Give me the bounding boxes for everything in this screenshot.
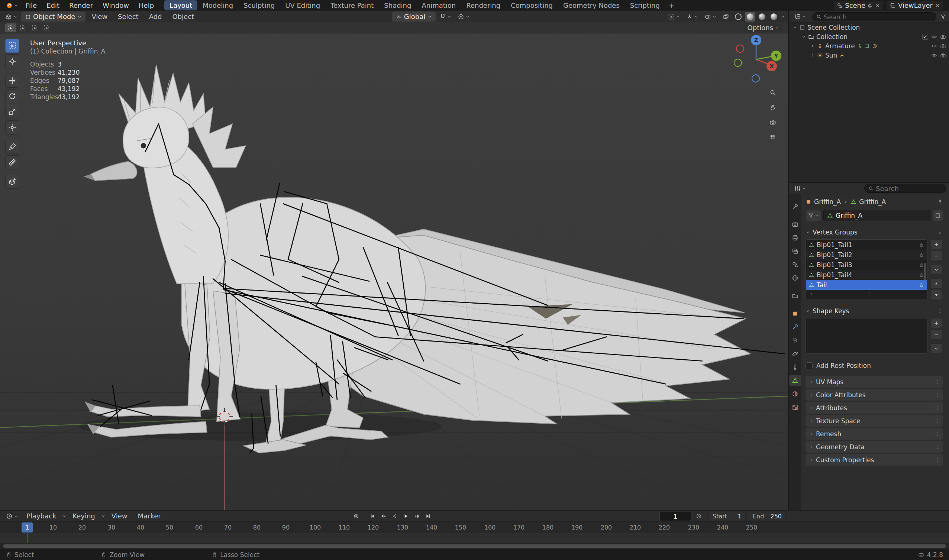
vertex-group-row[interactable]: Bip01_Tail2 [806,250,927,260]
tool-cursor-button[interactable] [5,54,19,68]
select-mode-intersect-button[interactable] [41,23,52,32]
panel-texture-space[interactable]: Texture Space [806,415,943,426]
lock-icon[interactable] [919,242,924,248]
tab-world[interactable] [789,272,801,283]
lock-icon[interactable] [919,282,924,288]
shading-solid-button[interactable] [745,12,755,22]
chevron-down-icon[interactable] [792,25,797,30]
zoom-view-button[interactable] [767,86,779,99]
previous-keyframe-button[interactable] [378,511,389,521]
fake-user-button[interactable] [933,210,943,221]
next-keyframe-button[interactable] [412,511,422,521]
panel-uv-maps[interactable]: UV Maps [806,376,943,388]
shape-keys-panel-header[interactable]: Shape Keys [806,307,943,315]
vertex-groups-panel-header[interactable]: Vertex Groups [806,229,943,236]
tab-modifiers[interactable] [789,322,801,332]
breadcrumb-pin[interactable] [937,199,943,205]
menu-keying[interactable]: Keying [68,511,99,522]
list-scrollbar[interactable] [924,263,926,280]
pan-view-button[interactable] [767,101,779,114]
add-workspace-button[interactable]: + [665,0,678,11]
tool-annotate-button[interactable] [5,140,19,154]
move-group-down-button[interactable] [931,290,942,300]
shape-keys-list[interactable] [806,318,927,354]
snapping-toggle[interactable] [437,12,454,21]
timeline-track[interactable] [0,533,949,543]
options-button[interactable]: Options [744,23,783,32]
add-shape-key-button[interactable] [931,318,942,328]
current-frame-indicator[interactable]: 1 [22,523,33,532]
vertex-group-row-selected[interactable]: Tail [806,280,927,290]
add-vertex-group-button[interactable] [931,239,942,249]
outliner-search[interactable] [812,12,937,21]
workspace-tab-rendering[interactable]: Rendering [461,0,505,11]
hide-eye-icon[interactable] [931,34,937,40]
tab-tool[interactable] [789,201,801,212]
timeline-scrollbar[interactable] [0,543,949,549]
vertex-group-row[interactable]: Bip01_Tail1 [806,240,927,250]
workspace-tab-shading[interactable]: Shading [379,0,416,11]
workspace-tab-texture-paint[interactable]: Texture Paint [325,0,379,11]
tool-move-button[interactable] [5,74,19,88]
chevron-right-icon[interactable] [810,44,815,48]
menu-playback[interactable]: Playback [22,511,61,522]
remove-vertex-group-button[interactable] [931,251,942,261]
jump-to-end-button[interactable] [423,511,433,521]
show-gizmo-toggle[interactable] [684,12,701,21]
menu-render[interactable]: Render [65,0,97,11]
resize-grip-icon[interactable] [866,291,871,297]
tool-transform-button[interactable] [5,120,19,134]
current-frame-field[interactable]: 1 [659,512,692,521]
menu-marker[interactable]: Marker [134,511,165,522]
outliner-row-scene-collection[interactable]: Scene Collection [789,23,949,32]
outliner-row-sun[interactable]: Sun [789,51,949,60]
workspace-tab-animation[interactable]: Animation [416,0,461,11]
browse-mesh-button[interactable] [806,210,821,221]
xray-toggle[interactable] [720,12,732,21]
viewlayer-selector[interactable]: ViewLayer [887,1,943,10]
auto-keying-button[interactable] [351,511,361,521]
gizmo-x-axis[interactable]: X [767,61,777,71]
select-mode-subtract-button[interactable] [29,23,40,32]
gizmo-x-negative-axis[interactable] [736,45,744,53]
gizmo-z-axis[interactable]: Z [751,35,761,45]
play-reverse-button[interactable] [390,511,400,521]
breadcrumb-data[interactable]: Griffin_A [859,198,886,206]
properties-search-input[interactable] [876,185,942,192]
hide-eye-icon[interactable] [931,52,937,58]
collection-exclude-checkbox[interactable]: ✓ [922,34,928,40]
panel-remesh[interactable]: Remesh [806,428,943,440]
play-button[interactable] [401,511,411,521]
tool-add-cube-button[interactable] [5,175,19,189]
outliner-search-input[interactable] [824,13,932,21]
scene-selector[interactable]: Scene [834,1,883,10]
current-frame-line[interactable] [27,533,28,543]
tab-output[interactable] [789,232,801,243]
selectability-visibility[interactable] [666,12,682,21]
navigation-gizmo[interactable]: Z X Y [730,33,782,85]
preview-range-toggle[interactable] [696,513,702,519]
tab-physics[interactable] [789,348,801,359]
tab-texture[interactable] [789,402,801,413]
filter-icon[interactable] [940,14,946,20]
tool-rotate-button[interactable] [5,89,19,103]
remove-viewlayer-icon[interactable] [935,3,940,8]
shading-popover-chevron-icon[interactable] [781,14,785,19]
render-camera-icon[interactable] [940,52,946,58]
frame-start-field[interactable]: Start 1 [709,512,746,521]
tool-measure-button[interactable] [5,155,19,169]
menu-view-timeline[interactable]: View [107,511,132,522]
frame-end-field[interactable]: End 250 [749,512,786,521]
vertex-group-row[interactable]: Bip01_Tail3 [806,260,927,270]
chevron-down-icon[interactable] [801,35,806,39]
panel-custom-properties[interactable]: Custom Properties [806,454,943,466]
outliner-editor-type-button[interactable] [792,12,809,21]
timeline-ruler[interactable]: 1 10 20 30 40 50 60 70 80 90 100 110 120… [0,522,949,533]
timeline-editor-type-button[interactable] [4,512,20,520]
properties-editor-type-button[interactable] [792,184,809,192]
render-camera-icon[interactable] [940,34,946,40]
tab-scene[interactable] [789,259,801,270]
menu-edit[interactable]: Edit [42,0,64,11]
shape-key-specials-button[interactable] [931,343,942,353]
drag-grip-icon[interactable] [937,229,943,235]
